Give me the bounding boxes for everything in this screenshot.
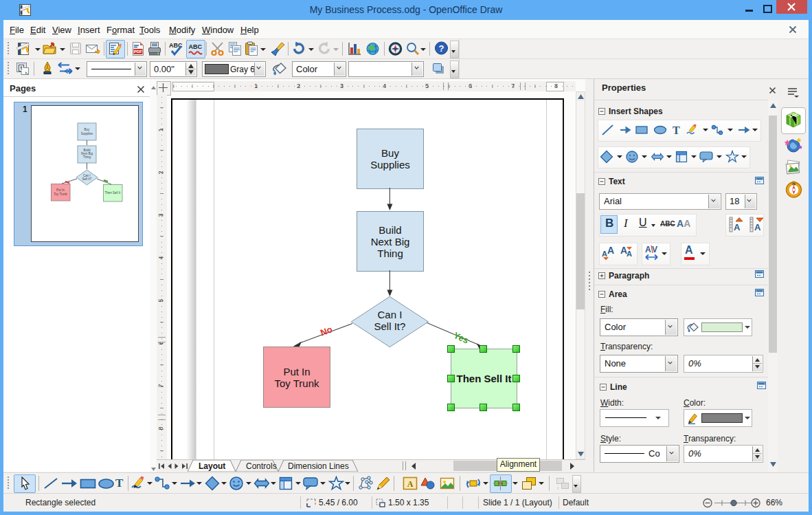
svg-text:Sell It?: Sell It? — [374, 320, 405, 332]
svg-text:ABC: ABC — [189, 43, 203, 50]
svg-text:N: N — [793, 182, 796, 186]
svg-text:Layout: Layout — [199, 461, 225, 471]
svg-text:Put In: Put In — [56, 188, 65, 192]
svg-text:Buy: Buy — [84, 128, 91, 131]
svg-text:A: A — [627, 250, 632, 258]
svg-text:No: No — [319, 324, 334, 338]
svg-text:A: A — [645, 245, 651, 254]
svg-text:A: A — [734, 222, 741, 232]
svg-text:Then Sell It: Then Sell It — [105, 191, 122, 195]
svg-text:Sell It?: Sell It? — [82, 177, 92, 181]
svg-text:A: A — [407, 479, 414, 489]
svg-text:T: T — [673, 124, 680, 136]
svg-text:Yes: Yes — [452, 330, 471, 346]
svg-text:Dimension Lines: Dimension Lines — [288, 461, 349, 471]
svg-text:Thing: Thing — [83, 155, 91, 159]
svg-text:Supplies: Supplies — [81, 132, 93, 135]
svg-text:Controls: Controls — [246, 461, 277, 471]
svg-text:A: A — [607, 245, 614, 256]
svg-text:A: A — [754, 222, 761, 232]
svg-text:A: A — [602, 250, 607, 258]
svg-text:Toy Trunk: Toy Trunk — [54, 193, 67, 196]
svg-text:?: ? — [439, 43, 444, 54]
svg-text:Can I: Can I — [377, 309, 402, 320]
svg-text:PDF: PDF — [134, 50, 142, 54]
